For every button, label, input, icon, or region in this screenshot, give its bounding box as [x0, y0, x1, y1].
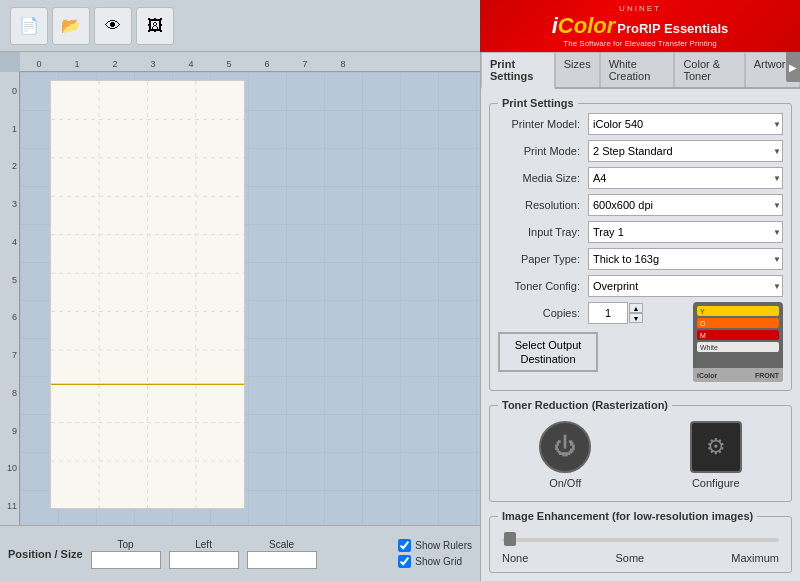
on-off-label: On/Off — [549, 477, 581, 489]
printer-model-label: Printer Model: — [498, 118, 588, 130]
tabs: Print Settings Sizes White Creation Colo… — [481, 52, 800, 89]
slider-labels: None Some Maximum — [502, 552, 779, 564]
brand-uninet: UNINET — [619, 4, 661, 13]
printer-model-select[interactable]: iColor 540 — [588, 113, 783, 135]
scale-field: Scale — [247, 539, 317, 569]
toner-front-bar: iColor FRONT — [693, 368, 783, 382]
input-tray-select[interactable]: Tray 1 — [588, 221, 783, 243]
configure-btn[interactable]: ⚙ — [690, 421, 742, 473]
toolbar-btn-preview[interactable]: 👁 — [94, 7, 132, 45]
open-icon: 📂 — [61, 16, 81, 35]
brand-tagline: The Software for Elevated Transfer Print… — [563, 39, 716, 48]
toner-cassette: Y O M White iColor FRONT — [693, 302, 783, 382]
tabs-scroll-right[interactable]: ▶ — [786, 52, 800, 82]
paper-type-select[interactable]: Thick to 163g — [588, 248, 783, 270]
slider-track — [502, 538, 779, 542]
paper-sheet — [50, 80, 245, 509]
label-maximum: Maximum — [731, 552, 779, 564]
top-field: Top — [91, 539, 161, 569]
toner-strip-m: M — [697, 330, 779, 340]
tab-white-creation[interactable]: White Creation — [600, 52, 675, 87]
paper-type-row: Paper Type: Thick to 163g ▼ — [498, 248, 783, 270]
copies-spinners: ▲ ▼ — [629, 303, 643, 323]
on-off-btn[interactable]: ⏻ — [539, 421, 591, 473]
scale-input[interactable] — [247, 551, 317, 569]
grid-canvas — [20, 72, 480, 525]
printer-model-row: Printer Model: iColor 540 ▼ — [498, 113, 783, 135]
configure-label: Configure — [692, 477, 740, 489]
toolbar-btn-new[interactable]: 📄 — [10, 7, 48, 45]
show-rulers-checkbox[interactable] — [398, 539, 411, 552]
print-mode-label: Print Mode: — [498, 145, 588, 157]
copies-up[interactable]: ▲ — [629, 303, 643, 313]
brand-icolor: iColor — [552, 13, 616, 39]
top-ruler: 0 1 2 3 4 5 6 7 8 — [20, 52, 480, 72]
toner-strip-y: Y — [697, 306, 779, 316]
label-some: Some — [615, 552, 644, 564]
status-bar: Position / Size Top Left Scale Show Rule… — [0, 525, 480, 581]
print-mode-row: Print Mode: 2 Step Standard ▼ — [498, 140, 783, 162]
print-mode-select[interactable]: 2 Step Standard — [588, 140, 783, 162]
tab-print-settings[interactable]: Print Settings — [481, 52, 555, 89]
tab-color-toner[interactable]: Color & Toner — [674, 52, 744, 87]
toner-reduction-section: Toner Reduction (Rasterization) ⏻ On/Off… — [489, 399, 792, 502]
guideline-yellow — [51, 384, 244, 385]
copies-input[interactable] — [588, 302, 628, 324]
top-label: Top — [118, 539, 134, 550]
toner-strip-o: O — [697, 318, 779, 328]
position-size-label: Position / Size — [8, 548, 83, 560]
on-off-group: ⏻ On/Off — [539, 421, 591, 489]
print-settings-section: Print Settings Printer Model: iColor 540… — [489, 97, 792, 391]
toner-config-row: Toner Config: Overprint ▼ — [498, 275, 783, 297]
resolution-row: Resolution: 600x600 dpi ▼ — [498, 194, 783, 216]
toolbar-btn-open[interactable]: 📂 — [52, 7, 90, 45]
paper-type-label: Paper Type: — [498, 253, 588, 265]
copies-down[interactable]: ▼ — [629, 313, 643, 323]
left-input[interactable] — [169, 551, 239, 569]
show-grid-checkbox[interactable] — [398, 555, 411, 568]
top-input[interactable] — [91, 551, 161, 569]
new-icon: 📄 — [19, 16, 39, 35]
brand-prorip: ProRIP Essentials — [617, 21, 728, 36]
print-settings-legend: Print Settings — [498, 97, 578, 109]
show-grid-label: Show Grid — [415, 556, 462, 567]
toner-strip-w: White — [697, 342, 779, 352]
tab-sizes[interactable]: Sizes — [555, 52, 600, 87]
toner-config-label: Toner Config: — [498, 280, 588, 292]
input-tray-row: Input Tray: Tray 1 ▼ — [498, 221, 783, 243]
preview-icon: 👁 — [105, 17, 121, 35]
copies-row: Copies: ▲ ▼ — [498, 302, 685, 324]
toner-reduction-legend: Toner Reduction (Rasterization) — [498, 399, 672, 411]
left-field: Left — [169, 539, 239, 569]
copies-label: Copies: — [498, 307, 588, 319]
media-size-select[interactable]: A4 — [588, 167, 783, 189]
resolution-label: Resolution: — [498, 199, 588, 211]
resolution-select[interactable]: 600x600 dpi — [588, 194, 783, 216]
scale-label: Scale — [269, 539, 294, 550]
media-size-row: Media Size: A4 ▼ — [498, 167, 783, 189]
paper-grid-svg — [51, 81, 244, 508]
slider-thumb[interactable] — [504, 532, 516, 546]
left-ruler: 0 1 2 3 4 5 6 7 8 9 10 11 — [0, 72, 20, 525]
brand-header: UNINET iColor ProRIP Essentials The Soft… — [480, 0, 800, 52]
label-none: None — [502, 552, 528, 564]
left-label: Left — [195, 539, 212, 550]
image-enhancement-legend: Image Enhancement (for low-resolution im… — [498, 510, 757, 522]
show-rulers-label: Show Rulers — [415, 540, 472, 551]
toner-config-select[interactable]: Overprint — [588, 275, 783, 297]
select-output-btn[interactable]: Select Output Destination — [498, 332, 598, 372]
image-icon: 🖼 — [147, 17, 163, 35]
input-tray-label: Input Tray: — [498, 226, 588, 238]
media-size-label: Media Size: — [498, 172, 588, 184]
toolbar-btn-image[interactable]: 🖼 — [136, 7, 174, 45]
configure-group: ⚙ Configure — [690, 421, 742, 489]
image-enhancement-section: Image Enhancement (for low-resolution im… — [489, 510, 792, 573]
